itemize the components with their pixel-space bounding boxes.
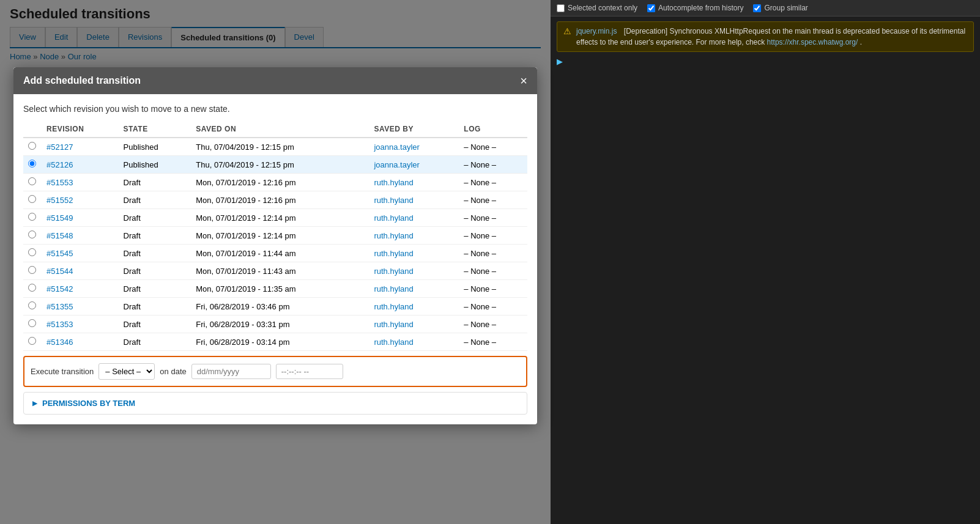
saved-by-link[interactable]: ruth.hyland [374,178,413,187]
radio-cell [23,227,42,245]
saved-by-cell: joanna.tayler [369,138,459,156]
radio-cell [23,156,42,174]
table-row: #51346 Draft Fri, 06/28/2019 - 03:14 pm … [23,333,527,351]
saved-by-link[interactable]: ruth.hyland [374,320,413,329]
revision-radio[interactable] [28,213,36,221]
devtools-panel: Selected context onlyAutocomplete from h… [551,0,980,524]
table-row: #51553 Draft Mon, 07/01/2019 - 12:16 pm … [23,174,527,191]
revision-link[interactable]: #51355 [46,302,73,311]
revision-cell: #51545 [42,245,119,262]
revision-radio[interactable] [28,160,36,168]
dev-arrow-button[interactable]: ▶ [557,57,974,66]
devtools-checkbox-group-similar[interactable] [753,4,761,12]
saved-by-cell: ruth.hyland [369,227,459,245]
revision-radio[interactable] [28,177,36,185]
table-row: #51545 Draft Mon, 07/01/2019 - 11:44 am … [23,245,527,262]
table-row: #51544 Draft Mon, 07/01/2019 - 11:43 am … [23,262,527,280]
state-cell: Draft [119,227,191,245]
revision-radio[interactable] [28,319,36,327]
state-cell: Draft [119,280,191,298]
table-row: #51549 Draft Mon, 07/01/2019 - 12:14 pm … [23,209,527,227]
radio-cell [23,245,42,262]
revision-cell: #51346 [42,333,119,351]
log-cell: – None – [459,298,527,316]
saved-by-link[interactable]: ruth.hyland [374,196,413,205]
log-cell: – None – [459,262,527,280]
time-input[interactable] [276,364,343,379]
warning-icon: ⚠ [563,26,571,36]
saved-by-cell: ruth.hyland [369,191,459,209]
saved-by-link[interactable]: ruth.hyland [374,338,413,347]
radio-cell [23,209,42,227]
saved-on-cell: Fri, 06/28/2019 - 03:31 pm [191,316,369,333]
devtools-checkbox-label[interactable]: Selected context only [557,4,637,12]
saved-by-link[interactable]: joanna.tayler [374,160,419,169]
modal-close-button[interactable]: × [520,75,527,87]
devtools-checkboxes-row: Selected context onlyAutocomplete from h… [557,4,808,12]
revision-cell: #51353 [42,316,119,333]
table-row: #51548 Draft Mon, 07/01/2019 - 12:14 pm … [23,227,527,245]
saved-by-cell: ruth.hyland [369,298,459,316]
revision-radio[interactable] [28,231,36,238]
revision-link[interactable]: #51544 [46,267,73,276]
permissions-arrow-icon: ▶ [32,400,37,407]
saved-on-cell: Mon, 07/01/2019 - 11:43 am [191,262,369,280]
saved-by-cell: ruth.hyland [369,245,459,262]
permissions-label: PERMISSIONS BY TERM [42,399,135,408]
execute-select[interactable]: – Select – [98,363,155,380]
warning-link-suffix: . [860,38,862,46]
saved-on-cell: Mon, 07/01/2019 - 12:14 pm [191,209,369,227]
warning-link[interactable]: https://xhr.spec.whatwg.org/ [767,38,858,46]
saved-on-cell: Mon, 07/01/2019 - 12:14 pm [191,227,369,245]
revision-radio[interactable] [28,248,36,256]
devtools-checkbox-label[interactable]: Group similar [753,4,807,12]
radio-cell [23,174,42,191]
revision-radio[interactable] [28,284,36,292]
revision-radio[interactable] [28,337,36,345]
saved-on-cell: Thu, 07/04/2019 - 12:15 pm [191,156,369,174]
devtools-content: ⚠ jquery.min.js [Deprecation] Synchronou… [551,17,980,524]
devtools-checkbox-selected-context[interactable] [557,4,565,12]
revision-link[interactable]: #51353 [46,320,73,329]
modal-description: Select which revision you wish to move t… [23,104,527,114]
saved-by-link[interactable]: ruth.hyland [374,231,413,240]
permissions-section: ▶ PERMISSIONS BY TERM [23,392,527,415]
revision-link[interactable]: #51545 [46,249,73,258]
saved-by-link[interactable]: ruth.hyland [374,267,413,276]
revision-cell: #51544 [42,262,119,280]
state-cell: Draft [119,298,191,316]
permissions-header[interactable]: ▶ PERMISSIONS BY TERM [24,393,527,414]
revision-link[interactable]: #52127 [46,142,73,152]
saved-by-link[interactable]: ruth.hyland [374,284,413,293]
warning-source: jquery.min.js [576,27,622,35]
saved-on-cell: Mon, 07/01/2019 - 11:35 am [191,280,369,298]
saved-by-header: SAVED BY [369,121,459,138]
date-input[interactable] [191,364,271,379]
saved-by-link[interactable]: joanna.tayler [374,142,419,152]
saved-by-link[interactable]: ruth.hyland [374,249,413,258]
revision-radio[interactable] [28,266,36,274]
revision-link[interactable]: #51346 [46,338,73,347]
revision-radio[interactable] [28,195,36,203]
log-cell: – None – [459,316,527,333]
devtools-checkbox-label[interactable]: Autocomplete from history [647,4,743,12]
saved-on-header: SAVED ON [191,121,369,138]
radio-cell [23,262,42,280]
saved-by-link[interactable]: ruth.hyland [374,213,413,223]
state-cell: Draft [119,316,191,333]
saved-on-cell: Fri, 06/28/2019 - 03:46 pm [191,298,369,316]
revision-cell: #51553 [42,174,119,191]
revision-link[interactable]: #51552 [46,196,73,205]
revision-link[interactable]: #51542 [46,284,73,293]
devtools-checkbox-autocomplete-history[interactable] [647,4,655,12]
revision-radio[interactable] [28,301,36,309]
revision-link[interactable]: #51553 [46,178,73,187]
saved-by-link[interactable]: ruth.hyland [374,302,413,311]
revision-link[interactable]: #52126 [46,160,73,169]
revision-link[interactable]: #51549 [46,213,73,223]
revision-radio[interactable] [28,142,36,150]
revision-table-head: REVISION STATE SAVED ON SAVED BY LOG [23,121,527,138]
log-cell: – None – [459,245,527,262]
radio-cell [23,280,42,298]
revision-link[interactable]: #51548 [46,231,73,240]
